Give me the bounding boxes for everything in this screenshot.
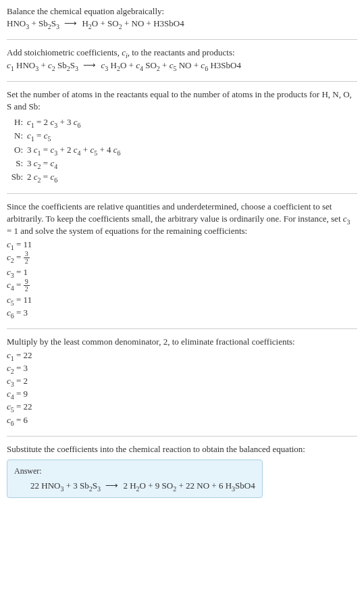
divider [7,328,357,329]
coef-value: c1 = 22 [7,349,357,362]
element-equation: 3 c2 = c4 [27,157,124,170]
table-row: Sb: 2 c2 = c6 [7,170,124,184]
arrow-icon: ⟶ [61,18,80,30]
element-label: S: [7,157,27,170]
answer-intro: Substitute the coefficients into the che… [7,443,357,455]
coef-list-fractional: c1 = 11 c2 = 32 c3 = 1 c4 = 92 c5 = 11 c… [7,239,357,320]
section-solve-coeffs: Since the coefficients are relative quan… [7,201,357,319]
arrow-icon: ⟶ [80,59,99,72]
coef-value: c4 = 9 [7,388,357,400]
section-answer: Substitute the coefficients into the che… [7,443,357,498]
section-add-coefficients: Add stoichiometric coefficients, ci, to … [7,47,357,71]
element-label: O: [7,143,27,157]
integer-intro: Multiply by the least common denominator… [7,336,357,348]
divider [7,436,357,437]
coef-list-integer: c1 = 22 c2 = 3 c3 = 2 c4 = 9 c5 = 22 c6 … [7,349,357,426]
fraction-den: 2 [24,286,30,293]
element-equation: 3 c1 = c3 + 2 c4 + c5 + 4 c6 [27,143,124,157]
coef-value: c6 = 6 [7,414,357,426]
element-label: Sb: [7,170,27,184]
atom-eq-table: H: c1 = 2 c3 + 3 c6 N: c1 = c5 O: 3 c1 =… [7,116,124,184]
element-label: H: [7,116,27,129]
balance-text-line1: Balance the chemical equation algebraica… [7,5,357,18]
element-equation: c1 = c5 [27,129,124,143]
coef-value: c4 = 92 [7,279,357,293]
answer-box: Answer: 22 HNO3 + 3 Sb2S3 ⟶ 2 H2O + 9 SO… [7,460,263,498]
fraction-den: 2 [24,258,30,265]
coef-value: c3 = 1 [7,266,357,278]
element-equation: 2 c2 = c6 [27,170,124,184]
table-row: S: 3 c2 = c4 [7,157,124,170]
coeff-equation: c1 HNO3 + c2 Sb2S3 ⟶ c3 H2O + c4 SO2 + c… [7,59,357,72]
coef-value: c5 = 11 [7,294,357,306]
divider [7,39,357,40]
coef-value: c1 = 11 [7,239,357,251]
section-atom-equations: Set the number of atoms in the reactants… [7,89,357,184]
table-row: O: 3 c1 = c3 + 2 c4 + c5 + 4 c6 [7,143,124,157]
atom-eq-intro: Set the number of atoms in the reactants… [7,89,357,113]
balance-equation: HNO3 + Sb2S3 ⟶ H2O + SO2 + NO + H3SbO4 [7,18,357,30]
element-equation: c1 = 2 c3 + 3 c6 [27,116,124,129]
ci-symbol: ci [122,47,128,57]
coef-value: c3 = 2 [7,375,357,387]
table-row: N: c1 = c5 [7,129,124,143]
divider [7,81,357,82]
answer-label: Answer: [14,466,255,477]
add-coeff-text: Add stoichiometric coefficients, ci, to … [7,47,357,59]
answer-equation: 22 HNO3 + 3 Sb2S3 ⟶ 2 H2O + 9 SO2 + 22 N… [14,480,255,492]
coef-value: c6 = 3 [7,307,357,319]
fraction: 32 [24,251,30,265]
divider [7,193,357,194]
coef-value: c5 = 22 [7,401,357,413]
section-integer-coeffs: Multiply by the least common denominator… [7,336,357,426]
coef-value: c2 = 32 [7,251,357,266]
fraction: 92 [24,278,30,293]
solve-intro: Since the coefficients are relative quan… [7,201,357,238]
arrow-icon: ⟶ [103,480,121,492]
element-label: N: [7,129,27,143]
text-fragment: , to the reactants and products: [128,47,235,57]
text-fragment: Add stoichiometric coefficients, [7,47,122,57]
table-row: H: c1 = 2 c3 + 3 c6 [7,116,124,129]
coef-value: c2 = 3 [7,362,357,374]
section-balance-prompt: Balance the chemical equation algebraica… [7,5,357,30]
